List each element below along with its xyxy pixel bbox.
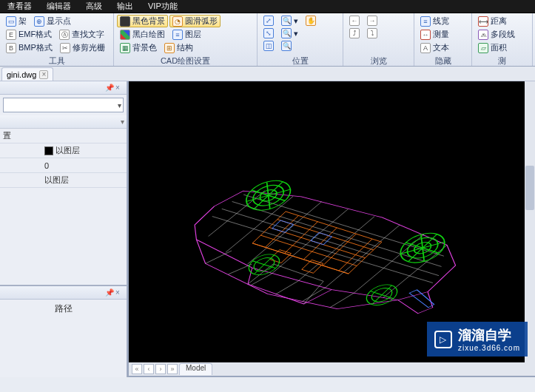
path-panel: 📌× 路径	[0, 285, 127, 377]
pos-pan[interactable]: ✋	[303, 15, 319, 27]
group-view-label: 浏览	[346, 55, 411, 66]
layers-icon: ≡	[172, 30, 183, 40]
tool-frame[interactable]: ▭架	[3, 15, 30, 27]
tool-crop[interactable]: ✂修剪光栅	[57, 41, 108, 54]
bgcolor-icon: ▦	[120, 43, 130, 53]
frame-icon: ▭	[6, 16, 16, 27]
cad-bgcolor[interactable]: ▦背景色	[117, 41, 160, 54]
pos-extent[interactable]: ⤡	[260, 27, 277, 39]
lw-icon: ≡	[420, 16, 431, 27]
tool-emf[interactable]: EEMF格式	[3, 28, 55, 41]
pan-icon: ✋	[306, 16, 316, 26]
group-hide-label: 隐藏	[417, 55, 468, 66]
tab-last-icon[interactable]: »	[167, 364, 178, 374]
watermark-url: zixue.3d66.com	[458, 344, 520, 352]
menu-output[interactable]: 输出	[110, 1, 141, 12]
watermark: ▷ 溜溜自学 zixue.3d66.com	[427, 322, 528, 356]
tab-next-icon[interactable]: ›	[155, 364, 166, 374]
group-cad-label: CAD绘图设置	[117, 55, 254, 66]
cad-smootharc[interactable]: ◔圆滑弧形	[169, 15, 221, 27]
group-pos-label: 位置	[260, 55, 340, 66]
group-meas-label: 测	[475, 55, 529, 66]
color-swatch	[44, 146, 53, 155]
next-icon: →	[367, 16, 377, 26]
vertical-scrollbar[interactable]	[525, 81, 535, 362]
zoom-icon: 🔍	[281, 16, 292, 26]
file-tab-label: gini.dwg	[7, 70, 36, 79]
zwindow-icon: ◫	[263, 41, 274, 51]
cad-drawing	[155, 115, 510, 322]
model-tabs-bar: « ‹ › » Model	[129, 362, 535, 376]
meas-dist[interactable]: ⟷距离	[475, 15, 510, 27]
tool-bmp[interactable]: BBMP格式	[3, 41, 55, 54]
dist-icon: ⟷	[478, 16, 488, 27]
properties-list: ▾ 置 以图层 0 以图层	[0, 115, 127, 188]
cad-layers[interactable]: ≡图层	[169, 28, 204, 41]
pin-icon[interactable]: 📌	[105, 84, 114, 92]
hide-lineweight[interactable]: ≡线宽	[417, 15, 452, 27]
blackbg-icon	[120, 16, 130, 27]
menu-bar: 查看器 编辑器 高级 输出 VIP功能	[0, 0, 535, 13]
file-tab-row: gini.dwg ×	[0, 67, 535, 81]
hide-text[interactable]: A文本	[417, 41, 452, 54]
ribbon-toolbar: ▭架 ⊕显示点 EEMF格式 Ⓐ查找文字 BBMP格式 ✂修剪光栅 工具 黑色背…	[0, 13, 535, 67]
emf-icon: E	[6, 30, 16, 40]
pos-fit[interactable]: ⤢	[260, 15, 277, 27]
up-icon: ⤴	[349, 28, 360, 38]
path-label: 路径	[0, 300, 127, 318]
arc-icon: ◔	[172, 16, 183, 27]
panel-header: 📌 ×	[0, 81, 127, 95]
menu-vip[interactable]: VIP功能	[141, 1, 185, 12]
close-panel-icon[interactable]: ×	[115, 288, 124, 297]
bw-icon	[120, 30, 130, 40]
prop-row[interactable]: 以图层	[0, 143, 127, 158]
pos-window[interactable]: ◫	[260, 40, 277, 52]
hide-measure[interactable]: ↔测量	[417, 28, 452, 41]
tool-findtext[interactable]: Ⓐ查找文字	[56, 28, 107, 41]
text-icon: A	[420, 43, 431, 53]
pos-zoomout[interactable]: 🔍▾	[278, 27, 301, 39]
area-icon: ▱	[478, 43, 488, 53]
close-icon[interactable]: ×	[39, 70, 48, 79]
zprev-icon: 🔍	[281, 41, 292, 51]
down-icon: ⤵	[367, 28, 377, 38]
cad-blackbg[interactable]: 黑色背景	[117, 15, 168, 27]
cad-viewport[interactable]: « ‹ › » Model ▷ 溜溜自学 zixue.3d66.com	[127, 81, 535, 377]
prop-row[interactable]: 以图层	[0, 173, 127, 188]
tab-first-icon[interactable]: «	[132, 364, 142, 374]
menu-advanced[interactable]: 高级	[78, 1, 110, 12]
meas-icon: ↔	[420, 30, 431, 40]
caret-icon[interactable]: ▾	[121, 118, 124, 126]
group-tools-label: 工具	[3, 55, 110, 66]
tab-prev-icon[interactable]: ‹	[144, 364, 154, 374]
menu-viewer[interactable]: 查看器	[0, 1, 39, 12]
combo-select[interactable]: ▾	[3, 98, 124, 112]
view-down[interactable]: ⤵	[364, 27, 380, 39]
cad-structure[interactable]: ⊞结构	[161, 41, 196, 54]
model-tab[interactable]: Model	[179, 363, 212, 375]
pos-zoom[interactable]: 🔍▾	[278, 15, 301, 27]
view-up[interactable]: ⤴	[346, 27, 363, 39]
tool-showpoint[interactable]: ⊕显示点	[31, 15, 74, 27]
prop-row[interactable]: 置	[0, 129, 127, 143]
pos-zoomprev[interactable]: 🔍	[278, 40, 295, 52]
meas-polyline[interactable]: ⩕多段线	[475, 28, 518, 41]
menu-editor[interactable]: 编辑器	[39, 1, 78, 12]
crop-icon: ✂	[60, 43, 70, 53]
left-panel: 📌 × ▾ ▾ 置 以图层 0 以图层 📌× 路径	[0, 81, 127, 377]
view-prev[interactable]: ←	[346, 15, 363, 27]
poly-icon: ⩕	[478, 30, 488, 40]
meas-area[interactable]: ▱面积	[475, 41, 510, 54]
point-icon: ⊕	[34, 16, 44, 27]
file-tab[interactable]: gini.dwg ×	[1, 67, 53, 81]
view-next[interactable]: →	[364, 15, 380, 27]
play-logo-icon: ▷	[434, 331, 452, 348]
svg-rect-2	[301, 260, 323, 273]
pin-icon[interactable]: 📌	[105, 288, 114, 297]
close-panel-icon[interactable]: ×	[115, 84, 124, 92]
prop-row[interactable]: 0	[0, 158, 127, 173]
cad-bwdraw[interactable]: 黑白绘图	[117, 28, 168, 41]
struct-icon: ⊞	[164, 43, 175, 53]
extent-icon: ⤡	[263, 28, 274, 38]
bmp-icon: B	[6, 43, 16, 53]
